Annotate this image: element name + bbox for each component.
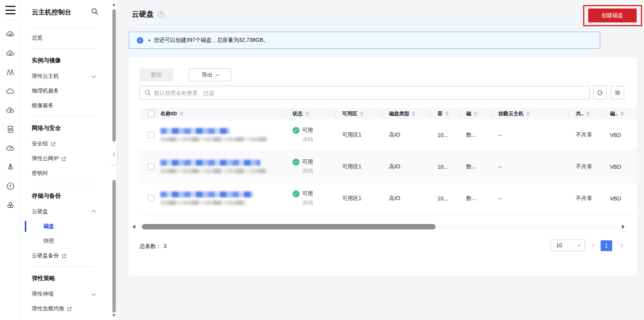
autoscaling-waves-icon[interactable] [3, 65, 18, 80]
sort-icon[interactable] [360, 111, 363, 116]
search-input[interactable] [154, 90, 589, 96]
column-header-mode[interactable]: 磁.. [603, 108, 637, 119]
column-header-name-id[interactable]: 名称/ID [155, 108, 285, 119]
disk-name-cell[interactable] [155, 119, 285, 151]
sort-icon[interactable] [445, 111, 449, 116]
column-label: 磁.. [610, 110, 618, 117]
rail-divider [5, 20, 16, 20]
sort-icon[interactable] [412, 111, 415, 116]
sidebar-section-network: 网络与安全 [21, 120, 116, 137]
status-text: 可用 [302, 190, 313, 197]
column-label: 可用区 [342, 110, 357, 117]
disk-server-icon[interactable] [3, 121, 18, 137]
chevron-down-icon [215, 73, 219, 76]
column-header-attached-host[interactable]: 挂载云主机 [491, 108, 568, 119]
next-page-button[interactable] [618, 242, 624, 248]
select-all-cell [139, 108, 155, 119]
scrollbar-thumb[interactable] [112, 9, 116, 142]
export-button[interactable]: 导出 [189, 68, 231, 81]
sidebar-item-label: 云硬盘 [32, 208, 48, 215]
sidebar-item-security-group[interactable]: 安全组 [21, 137, 116, 151]
external-link-icon [51, 142, 56, 147]
cloud-upload-icon[interactable] [3, 103, 18, 118]
column-header-status[interactable]: 状态 [285, 108, 335, 119]
sidebar-item-eip[interactable]: 弹性公网IP [21, 151, 116, 166]
sidebar-item-evs-backup[interactable]: 云硬盘备份 [21, 248, 116, 263]
refresh-button[interactable] [593, 86, 607, 99]
sidebar-item-autoscaling[interactable]: 弹性伸缩 [21, 287, 116, 301]
sort-icon[interactable] [526, 111, 530, 116]
scroll-right-arrow-icon[interactable] [622, 225, 625, 229]
disk-type-cell: 高IO [382, 183, 430, 214]
sidebar-item-ecs[interactable]: 弹性云主机 [21, 69, 116, 84]
column-header-disk-type[interactable]: 磁盘类型 [382, 108, 430, 119]
current-page-button[interactable]: 1 [601, 240, 612, 251]
menu-icon[interactable] [5, 6, 15, 14]
horizontal-scrollbar[interactable] [133, 224, 625, 230]
disk-name-cell[interactable] [155, 151, 285, 182]
page-size-select[interactable]: 10 [551, 240, 585, 251]
select-all-checkbox[interactable] [148, 110, 155, 117]
sort-icon[interactable] [620, 111, 624, 116]
sidebar-item-label: 快照 [43, 238, 54, 245]
status-ok-icon: ✓ [293, 159, 300, 166]
redacted-disk-id [160, 200, 246, 205]
cloud-flag-icon[interactable] [3, 140, 18, 156]
row-checkbox[interactable] [148, 132, 155, 138]
cloud-icon[interactable] [3, 84, 18, 99]
sharing-cell: 不共享 [568, 151, 603, 182]
scrollbar-thumb[interactable] [112, 180, 116, 313]
scroll-down-arrow-icon[interactable] [112, 314, 115, 317]
status-ok-icon: ✓ [293, 127, 300, 134]
delete-button[interactable]: 删除 [139, 68, 173, 81]
beacon-icon[interactable] [3, 159, 18, 175]
sidebar-search-icon[interactable] [91, 8, 98, 16]
column-header-az[interactable]: 可用区 [335, 108, 382, 119]
sidebar-item-disks[interactable]: 磁盘 [21, 219, 116, 234]
attached-host-cell: -- [491, 119, 568, 151]
table-row: ✓可用 冻结 可用区1 高IO 10... 数... -- 不共享 VBD [139, 119, 637, 151]
redacted-disk-id [160, 137, 268, 142]
scrollbar-thumb[interactable] [142, 224, 436, 229]
status-sub-text: 冻结 [302, 136, 313, 143]
help-icon[interactable]: ? [158, 11, 164, 18]
prev-page-button[interactable] [591, 242, 597, 248]
disk-name-cell[interactable] [155, 183, 285, 214]
sort-icon[interactable] [474, 111, 477, 116]
sidebar-item-label: 云硬盘备份 [32, 252, 59, 259]
sidebar-divider [32, 266, 96, 267]
sort-icon[interactable] [586, 111, 590, 116]
sidebar-item-elb[interactable]: 弹性负载均衡 [21, 301, 116, 316]
sidebar-item-keypair[interactable]: 密钥对 [21, 166, 116, 181]
sidebar-item-bms[interactable]: 物理机服务 [21, 84, 116, 98]
export-button-label: 导出 [202, 72, 213, 79]
cloud-stack-icon[interactable] [3, 46, 18, 61]
hex-cluster-icon[interactable] [3, 197, 18, 213]
sidebar-item-snapshots[interactable]: 快照 [21, 234, 116, 248]
sidebar-item-overview[interactable]: 总览 [21, 31, 116, 45]
cloud-server-icon[interactable] [3, 27, 18, 42]
sidebar-section-elastic: 弹性策略 [21, 270, 116, 287]
status-text: 可用 [302, 159, 313, 166]
ip-icon[interactable]: IP [3, 178, 18, 194]
chevron-up-icon [91, 210, 96, 214]
settings-button[interactable] [611, 86, 624, 99]
sidebar-divider [32, 48, 96, 49]
sidebar-item-ims[interactable]: 镜像服务 [21, 98, 116, 113]
row-checkbox[interactable] [148, 195, 155, 202]
sidebar: 云主机控制台 总览 实例与镜像 弹性云主机 物理机服务 镜像服务 网络与安全 安… [21, 0, 116, 320]
info-icon: i [137, 37, 143, 44]
column-header-sharing[interactable]: 共.. [568, 108, 603, 119]
row-checkbox[interactable] [148, 163, 155, 170]
sidebar-item-evs[interactable]: 云硬盘 [21, 204, 116, 219]
disk-type-cell: 高IO [382, 151, 430, 182]
sort-icon[interactable] [305, 111, 309, 116]
sort-icon[interactable] [180, 111, 183, 116]
create-disk-button[interactable]: 创建磁盘 [588, 9, 637, 22]
scroll-left-arrow-icon[interactable] [133, 225, 135, 229]
column-header-attribute[interactable]: 磁 [459, 108, 491, 119]
total-count-value: 3 [164, 243, 167, 249]
table-header: 名称/ID 状态 可用区 磁盘类型 容 [139, 108, 637, 119]
column-header-capacity[interactable]: 容 [430, 108, 459, 119]
scroll-up-arrow-icon[interactable] [112, 3, 115, 6]
